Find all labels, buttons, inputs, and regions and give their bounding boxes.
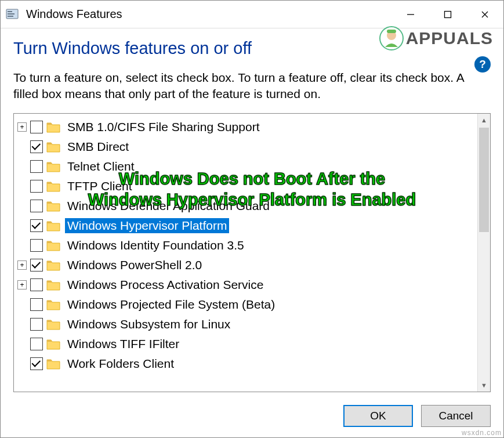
feature-checkbox[interactable] [30, 200, 43, 212]
feature-checkbox[interactable] [30, 298, 43, 311]
feature-label[interactable]: Windows PowerShell 2.0 [65, 258, 204, 273]
help-icon[interactable]: ? [474, 56, 491, 73]
page-heading: Turn Windows features on or off [13, 39, 491, 58]
expand-icon[interactable]: + [17, 122, 27, 132]
minimize-button[interactable] [392, 1, 429, 28]
feature-label[interactable]: Work Folders Client [65, 356, 176, 371]
folder-icon [46, 240, 60, 251]
expand-spacer [17, 182, 27, 191]
svg-rect-1 [8, 11, 12, 12]
feature-item[interactable]: Windows TIFF IFilter [15, 334, 476, 354]
maximize-button[interactable] [429, 1, 466, 28]
feature-checkbox[interactable] [30, 318, 43, 331]
feature-item[interactable]: +SMB 1.0/CIFS File Sharing Support [15, 117, 476, 137]
feature-item[interactable]: +Windows PowerShell 2.0 [15, 255, 476, 275]
feature-label[interactable]: SMB 1.0/CIFS File Sharing Support [65, 120, 262, 135]
expand-spacer [17, 142, 27, 151]
scrollbar-thumb[interactable] [479, 128, 489, 232]
expand-spacer [17, 201, 27, 211]
expand-icon[interactable]: + [17, 260, 27, 270]
svg-rect-10 [387, 30, 396, 33]
feature-checkbox[interactable] [30, 278, 43, 291]
folder-icon [46, 141, 60, 153]
scrollbar[interactable]: ▲ ▼ [477, 114, 490, 392]
folder-icon [46, 358, 60, 370]
expand-spacer [17, 162, 27, 171]
feature-checkbox[interactable] [30, 338, 43, 350]
page-description: To turn a feature on, select its check b… [13, 70, 491, 103]
feature-item[interactable]: Windows Defender Application Guard [15, 196, 476, 216]
scroll-up-arrow-icon[interactable]: ▲ [478, 114, 490, 126]
feature-checkbox[interactable] [30, 259, 43, 272]
feature-label[interactable]: Windows Hypervisor Platform [65, 218, 229, 233]
button-row: OK Cancel [1, 397, 503, 437]
feature-item[interactable]: Windows Hypervisor Platform [15, 216, 476, 236]
folder-icon [46, 259, 60, 271]
feature-item[interactable]: Windows Identity Foundation 3.5 [15, 236, 476, 255]
feature-label[interactable]: Windows Defender Application Guard [65, 198, 272, 213]
expand-spacer [17, 300, 27, 309]
expand-icon[interactable]: + [17, 280, 27, 289]
feature-checkbox[interactable] [30, 140, 43, 153]
feature-checkbox[interactable] [30, 219, 43, 232]
features-tree-container: +SMB 1.0/CIFS File Sharing SupportSMB Di… [13, 113, 491, 392]
feature-label[interactable]: Windows Subsystem for Linux [65, 317, 233, 332]
folder-icon [46, 200, 60, 212]
window-controls [392, 1, 503, 28]
feature-item[interactable]: +Windows Process Activation Service [15, 275, 476, 295]
svg-rect-5 [445, 11, 451, 17]
folder-icon [46, 279, 60, 291]
cancel-button[interactable]: Cancel [421, 405, 491, 427]
feature-checkbox[interactable] [30, 357, 43, 370]
feature-checkbox[interactable] [30, 180, 43, 193]
feature-label[interactable]: Telnet Client [65, 159, 137, 174]
folder-icon [46, 299, 60, 310]
folder-icon [46, 338, 60, 350]
windows-features-icon [5, 8, 19, 21]
feature-label[interactable]: Windows Projected File System (Beta) [65, 297, 277, 312]
feature-item[interactable]: Windows Subsystem for Linux [15, 314, 476, 334]
folder-icon [46, 180, 60, 192]
feature-checkbox[interactable] [30, 121, 43, 133]
ok-button[interactable]: OK [343, 405, 413, 427]
folder-icon [46, 121, 60, 133]
feature-label[interactable]: Windows TIFF IFilter [65, 336, 182, 352]
expand-spacer [17, 221, 27, 230]
content-area: APPUALS Turn Windows features on or off … [1, 28, 503, 397]
feature-item[interactable]: Telnet Client [15, 157, 476, 176]
features-tree[interactable]: +SMB 1.0/CIFS File Sharing SupportSMB Di… [14, 114, 477, 392]
feature-label[interactable]: SMB Direct [65, 139, 131, 154]
feature-label[interactable]: TFTP Client [65, 179, 135, 194]
folder-icon [46, 318, 60, 330]
expand-spacer [17, 339, 27, 349]
feature-label[interactable]: Windows Identity Foundation 3.5 [65, 238, 246, 253]
window-features-dialog: Windows Features APPUALS Turn Windows fe… [0, 0, 504, 438]
feature-item[interactable]: SMB Direct [15, 137, 476, 157]
feature-checkbox[interactable] [30, 160, 43, 173]
folder-icon [46, 220, 60, 231]
feature-item[interactable]: TFTP Client [15, 176, 476, 196]
feature-item[interactable]: Work Folders Client [15, 354, 476, 374]
feature-item[interactable]: Windows Projected File System (Beta) [15, 295, 476, 314]
svg-rect-3 [8, 16, 13, 17]
scroll-down-arrow-icon[interactable]: ▼ [478, 379, 490, 392]
folder-icon [46, 161, 60, 172]
expand-spacer [17, 359, 27, 368]
feature-checkbox[interactable] [30, 239, 43, 252]
window-title: Windows Features [26, 8, 392, 21]
svg-rect-2 [8, 13, 14, 15]
expand-spacer [17, 241, 27, 250]
feature-label[interactable]: Windows Process Activation Service [65, 277, 266, 292]
expand-spacer [17, 320, 27, 329]
close-button[interactable] [466, 1, 503, 28]
titlebar: Windows Features [1, 1, 503, 28]
